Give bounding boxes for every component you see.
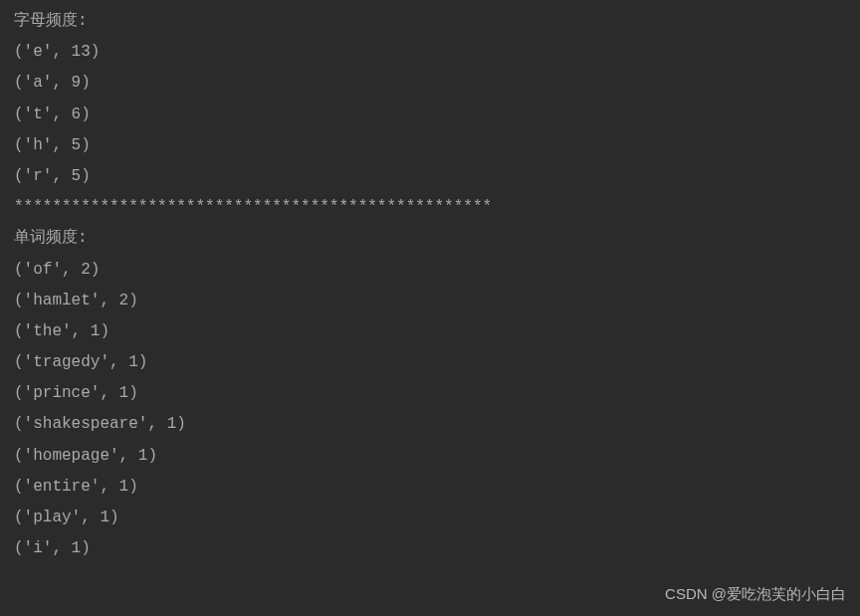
letter-entry: ('r', 5) xyxy=(14,161,846,192)
word-freq-header: 单词频度: xyxy=(14,223,846,254)
watermark-text: CSDN @爱吃泡芙的小白白 xyxy=(665,579,846,608)
console-output: 字母频度: ('e', 13) ('a', 9) ('t', 6) ('h', … xyxy=(14,6,846,564)
word-entry: ('shakespeare', 1) xyxy=(14,409,846,440)
word-entry: ('entire', 1) xyxy=(14,472,846,503)
word-entry: ('play', 1) xyxy=(14,503,846,533)
letter-entry: ('e', 13) xyxy=(14,37,846,68)
letter-entry: ('a', 9) xyxy=(14,68,846,99)
word-entry: ('prince', 1) xyxy=(14,378,846,409)
word-entry: ('tragedy', 1) xyxy=(14,347,846,378)
letter-freq-header: 字母频度: xyxy=(14,6,846,37)
word-entry: ('of', 2) xyxy=(14,255,846,286)
word-entry: ('hamlet', 2) xyxy=(14,286,846,316)
letter-entry: ('t', 6) xyxy=(14,100,846,130)
word-entry: ('the', 1) xyxy=(14,316,846,347)
word-entry: ('i', 1) xyxy=(14,533,846,564)
letter-entry: ('h', 5) xyxy=(14,130,846,161)
word-entry: ('homepage', 1) xyxy=(14,441,846,472)
separator-line: ****************************************… xyxy=(14,192,846,223)
